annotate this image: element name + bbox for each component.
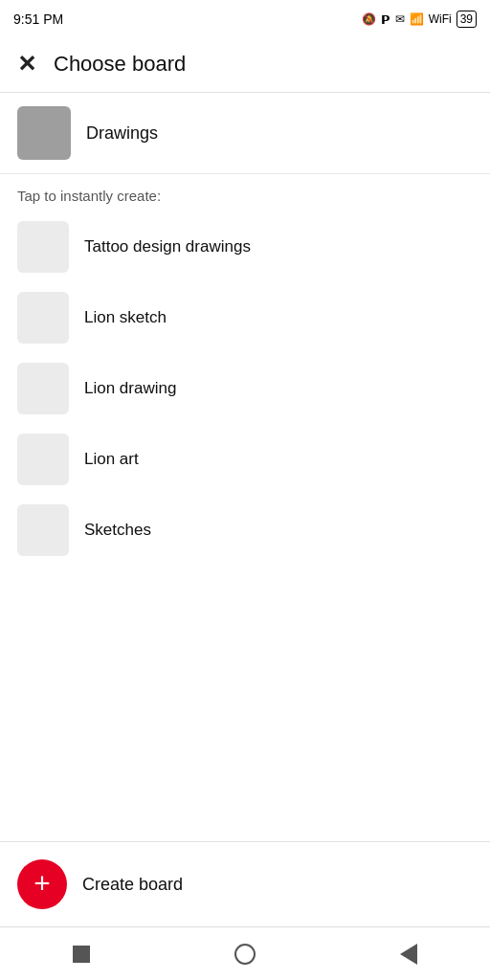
suggestion-thumbnail	[17, 221, 69, 273]
nav-back-button[interactable]	[385, 937, 433, 971]
suggestion-thumbnail	[17, 363, 69, 414]
board-thumbnail	[17, 106, 71, 160]
suggestion-thumbnail	[17, 504, 69, 556]
suggestion-name: Lion art	[84, 449, 139, 470]
suggestion-item[interactable]: Tattoo design drawings	[0, 212, 490, 282]
existing-board-item[interactable]: Drawings	[0, 93, 490, 174]
pinterest-icon: 𝗣	[381, 12, 390, 27]
suggestion-thumbnail	[17, 434, 69, 485]
create-board-icon: +	[17, 859, 67, 909]
suggestion-item[interactable]: Sketches	[0, 495, 490, 566]
nav-square-icon	[73, 946, 90, 963]
create-board-label: Create board	[82, 875, 183, 895]
plus-icon: +	[33, 869, 51, 898]
suggestion-thumbnail	[17, 292, 69, 344]
suggestion-name: Lion drawing	[84, 378, 176, 399]
bottom-nav	[0, 926, 490, 980]
nav-home-button[interactable]	[221, 937, 269, 971]
header: ✕ Choose board	[0, 36, 490, 93]
battery-indicator: 39	[457, 11, 477, 28]
board-section: Drawings Tap to instantly create: Tattoo…	[0, 93, 490, 703]
mute-icon: 🔕	[362, 12, 376, 26]
suggestion-item[interactable]: Lion sketch	[0, 282, 490, 353]
status-icons: 🔕 𝗣 ✉ 📶 WiFi 39	[362, 11, 477, 28]
page-title: Choose board	[54, 52, 186, 77]
status-bar: 9:51 PM 🔕 𝗣 ✉ 📶 WiFi 39	[0, 0, 490, 36]
status-time: 9:51 PM	[13, 11, 63, 27]
tap-to-create-label: Tap to instantly create:	[0, 174, 490, 212]
mail-icon: ✉	[395, 12, 405, 26]
wifi-icon: WiFi	[429, 12, 452, 26]
close-button[interactable]: ✕	[17, 53, 36, 76]
suggestion-item[interactable]: Lion art	[0, 424, 490, 495]
suggestion-item[interactable]: Lion drawing	[0, 353, 490, 424]
create-board-button[interactable]: + Create board	[0, 841, 490, 926]
suggestion-name: Tattoo design drawings	[84, 236, 251, 257]
suggestion-name: Lion sketch	[84, 307, 167, 328]
signal-icon: 📶	[410, 12, 424, 26]
nav-square-button[interactable]	[57, 937, 105, 971]
board-name: Drawings	[86, 123, 158, 144]
nav-circle-icon	[234, 944, 256, 965]
nav-back-icon	[400, 944, 417, 965]
suggestion-name: Sketches	[84, 520, 151, 541]
